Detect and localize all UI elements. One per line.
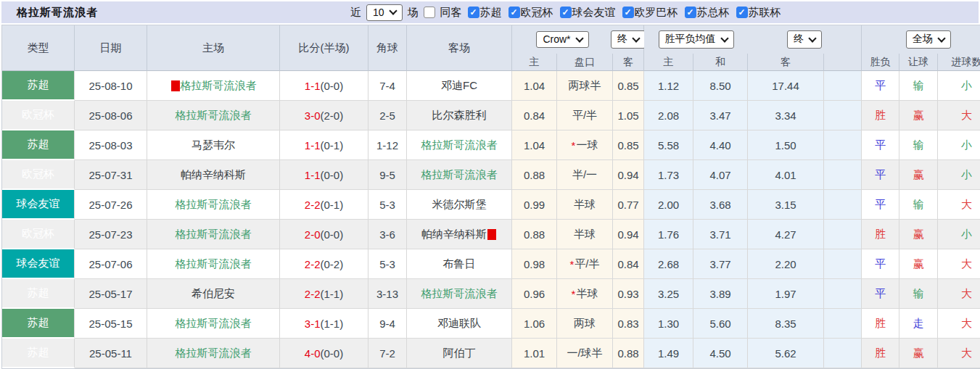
spacer-cell bbox=[824, 279, 862, 309]
result-goals: 大 bbox=[938, 249, 980, 279]
handicap-cell: 平/半 bbox=[557, 101, 613, 130]
spacer-cell bbox=[824, 71, 862, 101]
competition-filter[interactable]: ✓欧冠杯 bbox=[508, 6, 553, 20]
crow-away-odds: 0.84 bbox=[613, 249, 644, 279]
crow-away-odds: 0.85 bbox=[613, 71, 644, 101]
wdl-mean-select[interactable]: 胜平负均值 bbox=[659, 30, 734, 49]
handicap-cell: 半球 bbox=[557, 220, 613, 249]
competition-filter[interactable]: ✓欧罗巴杯 bbox=[622, 6, 678, 20]
result-win-draw-loss: 平 bbox=[862, 190, 899, 220]
mean-away-odds: 1.97 bbox=[748, 279, 824, 309]
competition-filter[interactable]: ✓苏超 bbox=[468, 6, 502, 20]
corners-cell: 5-3 bbox=[368, 249, 407, 279]
corners-cell: 9-5 bbox=[368, 160, 407, 190]
handicap-cell: * 平/半 bbox=[557, 249, 613, 279]
crow-away-odds: 1.05 bbox=[613, 101, 644, 130]
competition-label: 欧冠杯 bbox=[521, 6, 553, 20]
home-team-cell: 希伯尼安 bbox=[147, 279, 280, 309]
away-team-cell: 邓迪联队 bbox=[407, 309, 512, 339]
match-date: 25-07-26 bbox=[75, 190, 147, 220]
score-cell: 2-2 (0-1) bbox=[280, 190, 368, 220]
competition-filter[interactable]: ✓球会友谊 bbox=[560, 6, 616, 20]
matches-table: 类型 日期 主场 比分(半场) 角球 客场 Crow* 终 胜平负均值 终 bbox=[1, 25, 980, 369]
final-odds-select-right[interactable]: 终 bbox=[787, 30, 822, 49]
mean-draw-odds: 8.50 bbox=[693, 71, 748, 101]
wdl-mean-select-wrap: 胜平负均值 bbox=[644, 25, 748, 54]
away-team-cell: 邓迪FC bbox=[407, 71, 512, 101]
mean-draw-odds: 3.77 bbox=[693, 249, 748, 279]
handicap-value: 一球 bbox=[576, 138, 598, 152]
result-handicap: 赢 bbox=[899, 249, 938, 279]
competition-label: 苏超 bbox=[480, 6, 502, 20]
away-team-cell: 格拉斯哥流浪者 bbox=[407, 130, 512, 160]
corners-cell: 7-4 bbox=[368, 71, 407, 101]
match-type-badge: 球会友谊 bbox=[2, 190, 75, 220]
mean-draw-odds: 3.89 bbox=[693, 279, 748, 309]
crow-home-odds: 0.88 bbox=[512, 220, 557, 249]
match-date: 25-07-06 bbox=[75, 249, 147, 279]
subheader-spacer bbox=[824, 54, 862, 71]
checkbox-icon[interactable]: ✓ bbox=[508, 7, 520, 18]
result-goals: 大 bbox=[938, 339, 980, 368]
checkbox-icon[interactable]: ✓ bbox=[736, 7, 748, 18]
halftime-score: (1-1) bbox=[321, 318, 344, 330]
corners-cell: 1-12 bbox=[368, 130, 407, 160]
home-team-cell: 格拉斯哥流浪者 bbox=[147, 309, 280, 339]
subheader-mean-away: 客 bbox=[748, 54, 824, 71]
corners-cell: 3-13 bbox=[368, 279, 407, 309]
corners-cell: 2-5 bbox=[368, 101, 407, 130]
home-team-cell: 格拉斯哥流浪者 bbox=[147, 101, 280, 130]
away-team-name: 帕纳辛纳科斯 bbox=[421, 228, 487, 241]
page: 格拉斯哥流浪者 近 10 场 同客 ✓苏超✓欧冠杯✓球会友谊✓欧罗巴杯✓苏总杯✓… bbox=[0, 0, 980, 369]
recent-count-select[interactable]: 10 bbox=[366, 4, 403, 21]
score-cell: 2-0 (0-0) bbox=[280, 220, 368, 249]
halftime-score: (0-1) bbox=[321, 199, 344, 211]
mean-home-odds: 1.12 bbox=[644, 71, 693, 101]
final-odds-select-left[interactable]: 终 bbox=[611, 30, 646, 49]
checkbox-icon[interactable]: ✓ bbox=[468, 7, 479, 18]
away-team-name: 邓迪联队 bbox=[437, 317, 481, 331]
handicap-value: 半球 bbox=[576, 287, 598, 301]
crow-away-odds: 0.93 bbox=[613, 279, 644, 309]
spacer-cell bbox=[824, 190, 862, 220]
subheader-goals: 进球数 bbox=[938, 54, 980, 71]
subheader-mean-home: 主 bbox=[644, 54, 693, 71]
result-goals: 大 bbox=[938, 309, 980, 339]
halftime-score: (0-0) bbox=[321, 347, 344, 360]
checkbox-icon[interactable]: ✓ bbox=[622, 7, 634, 18]
mean-home-odds: 2.08 bbox=[644, 101, 693, 130]
chevron-down-icon bbox=[720, 34, 728, 42]
mean-away-odds: 4.01 bbox=[748, 160, 824, 190]
result-win-draw-loss: 平 bbox=[862, 249, 899, 279]
column-header-corners: 角球 bbox=[368, 25, 407, 71]
checkbox-icon[interactable]: ✓ bbox=[560, 7, 572, 18]
result-handicap: 赢 bbox=[899, 220, 938, 249]
competition-filter[interactable]: ✓苏联杯 bbox=[736, 6, 781, 20]
handicap-value: 半球 bbox=[574, 228, 596, 241]
handicap-value: 一/球半 bbox=[567, 347, 602, 360]
crow-company-select[interactable]: Crow* bbox=[536, 31, 588, 48]
away-team-name: 邓迪FC bbox=[441, 79, 477, 93]
away-team-cell: 布鲁日 bbox=[407, 249, 512, 279]
away-team-name: 布鲁日 bbox=[443, 257, 476, 271]
red-card-badge bbox=[487, 229, 496, 240]
result-goals: 大 bbox=[938, 190, 980, 220]
spacer-cell bbox=[824, 101, 862, 130]
home-team-name: 格拉斯哥流浪者 bbox=[176, 347, 252, 360]
mean-away-odds: 8.35 bbox=[748, 309, 824, 339]
halftime-score: (1-1) bbox=[321, 288, 344, 300]
handicap-value: 平/半 bbox=[575, 257, 599, 271]
result-win-draw-loss: 平 bbox=[862, 279, 899, 309]
same-venue-checkbox[interactable] bbox=[424, 7, 435, 18]
mean-away-odds: 1.50 bbox=[748, 130, 824, 160]
checkbox-icon[interactable]: ✓ bbox=[685, 7, 696, 18]
mean-draw-odds: 3.47 bbox=[693, 101, 748, 130]
home-team-cell: 帕纳辛纳科斯 bbox=[147, 160, 280, 190]
crow-home-odds: 0.98 bbox=[512, 249, 557, 279]
full-match-select[interactable]: 全场 bbox=[906, 30, 951, 49]
competition-filter[interactable]: ✓苏总杯 bbox=[685, 6, 730, 20]
mean-away-odds: 2.20 bbox=[748, 249, 824, 279]
match-date: 25-05-17 bbox=[75, 279, 147, 309]
asterisk-marker: * bbox=[572, 139, 576, 152]
result-goals: 小 bbox=[938, 220, 980, 249]
